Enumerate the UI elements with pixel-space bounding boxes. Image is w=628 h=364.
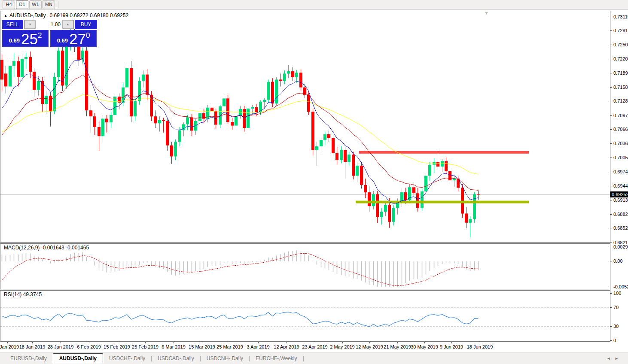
timeframe-button-w1[interactable]: W1 <box>29 0 42 9</box>
sell-button[interactable]: SELL <box>2 20 23 29</box>
tab-scroll-arrows[interactable]: ◄► <box>607 356 623 361</box>
tab-eurchf[interactable]: EURCHF-,Weekly <box>250 354 303 363</box>
sell-price-big-digits: 25 <box>21 32 38 46</box>
pane-splitter-macd[interactable] <box>0 242 628 244</box>
macd-signal-line <box>2 253 479 285</box>
date-axis-label: 15 Mar 2019 <box>189 344 215 349</box>
date-axis-label: 18 Jun 2019 <box>467 344 493 349</box>
price-axis-tick <box>610 59 612 59</box>
price-axis-tick <box>610 17 612 17</box>
chart-title: ▲AUDUSD-,Daily0.69199 0.69272 0.69180 0.… <box>4 12 128 18</box>
date-axis-label: 30 May 2019 <box>411 344 438 349</box>
chart-window[interactable]: ▲AUDUSD-,Daily0.69199 0.69272 0.69180 0.… <box>0 10 628 352</box>
price-axis-tick <box>610 101 612 101</box>
macd-axis-label: 0.002984 <box>613 244 628 249</box>
rsi-axis-label: 70 <box>613 305 619 310</box>
chart-tab-bar: EURUSD-,DailyAUDUSD-,DailyUSDCHF-,DailyU… <box>0 352 628 364</box>
price-axis-label: 0.69130 <box>613 197 628 203</box>
tab-usdchf[interactable]: USDCHF-,Daily <box>103 354 151 363</box>
date-axis-tick <box>315 342 315 343</box>
date-axis-tick <box>480 342 480 343</box>
date-axis-tick <box>32 342 33 343</box>
date-axis-tick <box>397 342 398 343</box>
sell-price-pip-digit: 2 <box>38 31 42 40</box>
buy-button[interactable]: BUY <box>75 20 97 29</box>
tab-eurusd[interactable]: EURUSD-,Daily <box>4 354 53 363</box>
volume-decrease-button[interactable]: ▼ <box>24 20 36 29</box>
tab-separator <box>303 356 304 361</box>
price-axis-label: 0.70360 <box>613 141 628 146</box>
tab-usdcad[interactable]: USDCAD-,Daily <box>152 354 200 363</box>
date-axis-label: 18 Jan 2019 <box>19 344 46 349</box>
volume-increase-button[interactable]: ▲ <box>62 20 73 29</box>
support-line <box>356 201 529 203</box>
price-axis[interactable]: 0.69252 0.731150.728100.725050.722000.71… <box>610 11 628 342</box>
buy-price-big-digits: 27 <box>69 32 86 46</box>
buy-price-panel[interactable]: 0.69 27 0 <box>50 30 97 47</box>
price-axis-label: 0.72200 <box>613 56 628 61</box>
rsi-axis-tick <box>610 307 612 308</box>
buy-price-prefix: 0.69 <box>57 37 68 44</box>
rsi-axis-label: 100 <box>613 291 621 296</box>
date-axis-label: 12 May 2019 <box>356 344 383 349</box>
pane-splitter-rsi[interactable] <box>0 289 628 291</box>
price-axis-label: 0.72505 <box>613 42 628 47</box>
rsi-axis-tick <box>610 340 612 341</box>
date-axis-label: 25 Feb 2019 <box>132 344 159 349</box>
date-axis-label: 9 Jan 2019 <box>0 344 19 349</box>
ma-mid-line <box>2 75 479 191</box>
macd-axis-tick <box>610 261 612 261</box>
timeframe-button-d1[interactable]: D1 <box>16 0 28 9</box>
rsi-axis-tick <box>610 326 612 327</box>
price-axis-tick <box>610 214 612 215</box>
price-axis-label: 0.69440 <box>613 183 628 188</box>
price-axis-tick <box>610 158 612 158</box>
date-axis-tick <box>145 342 146 343</box>
price-axis-tick <box>610 129 612 130</box>
price-axis-label: 0.70665 <box>613 127 628 132</box>
date-axis-tick <box>258 342 259 343</box>
chart-symbol-label: AUDUSD-,Daily <box>9 12 46 18</box>
price-axis-tick <box>610 200 612 200</box>
metatrader-window: H4D1W1MN ▲AUDUSD-,Daily0.69199 0.69272 0… <box>0 0 628 364</box>
date-axis-label: 12 Apr 2019 <box>274 344 299 349</box>
price-axis-label: 0.73115 <box>613 14 628 19</box>
one-click-trading-panel: SELL ▼ ▲ BUY 0.69 25 2 0.69 27 0 <box>2 20 97 47</box>
price-axis-tick <box>610 186 612 186</box>
date-axis-tick <box>451 342 452 343</box>
chart-shift-icon[interactable]: ▼ <box>484 10 489 15</box>
price-axis-label: 0.70970 <box>613 113 628 118</box>
date-axis-label: 21 May 2019 <box>384 344 411 349</box>
date-axis-label: 25 Mar 2019 <box>216 344 243 349</box>
tab-scroll-left-icon[interactable]: ◄ <box>607 356 615 361</box>
resistance-line <box>359 151 529 154</box>
tab-scroll-right-icon[interactable]: ► <box>615 356 623 361</box>
date-axis[interactable]: 9 Jan 201918 Jan 201928 Jan 20196 Feb 20… <box>0 342 610 352</box>
date-axis-tick <box>174 342 174 343</box>
rsi-indicator-pane[interactable] <box>0 291 610 341</box>
price-axis-tick <box>610 243 612 243</box>
macd-label: MACD(12,26,9) -0.001643 -0.001465 <box>4 245 89 251</box>
rsi-line <box>2 312 479 327</box>
tab-usdcnh[interactable]: USDCNH-,Daily <box>201 354 249 363</box>
macd-axis-label: -0.005256 <box>613 284 628 289</box>
date-axis-tick <box>369 342 370 343</box>
date-axis-label: 6 Mar 2019 <box>162 344 186 349</box>
macd-indicator-pane[interactable] <box>0 244 610 289</box>
rsi-label: RSI(14) 49.3745 <box>4 291 42 297</box>
date-axis-label: 9 Jun 2019 <box>440 344 463 349</box>
sell-price-panel[interactable]: 0.69 25 2 <box>2 30 49 47</box>
price-axis-tick <box>610 45 612 45</box>
macd-axis-label: 0.00 <box>613 258 622 264</box>
volume-input[interactable] <box>36 20 62 29</box>
timeframe-button-h4[interactable]: H4 <box>3 0 15 9</box>
buy-price-pip-digit: 0 <box>86 31 90 40</box>
timeframe-button-mn[interactable]: MN <box>43 0 55 9</box>
chart-title-arrow-icon[interactable]: ▲ <box>4 14 7 18</box>
date-axis-tick <box>342 342 343 343</box>
tab-audusd[interactable]: AUDUSD-,Daily <box>53 353 103 364</box>
date-axis-tick <box>117 342 117 343</box>
price-axis-label: 0.68825 <box>613 212 628 217</box>
rsi-axis-label: 30 <box>613 324 619 329</box>
price-axis-tick <box>610 73 612 73</box>
